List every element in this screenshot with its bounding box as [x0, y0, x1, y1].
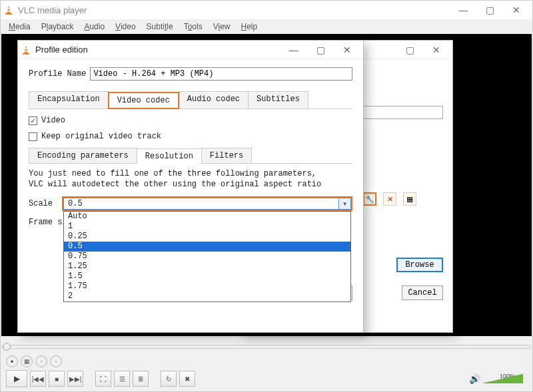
keep-original-label: Keep original video track	[41, 132, 161, 141]
tab-subtitles[interactable]: Subtitles	[248, 91, 308, 108]
tab-encapsulation[interactable]: Encapsulation	[29, 91, 109, 108]
svg-rect-2	[7, 11, 11, 12]
menu-tools[interactable]: Tools	[180, 21, 207, 33]
svg-rect-9	[23, 53, 29, 55]
profile-maximize-button[interactable]: ▢	[307, 41, 334, 59]
fullscreen-button[interactable]: ⛶	[95, 371, 111, 387]
menu-playback[interactable]: Playback	[37, 21, 78, 33]
seek-thumb[interactable]	[3, 343, 11, 351]
menu-video[interactable]: Video	[111, 21, 139, 33]
bottom-controls: ● ▦ ◦ ◦ ▶ |◀◀ ■ ▶▶| ⛶ ☰ ≣ ↻ ✖ 🔊 100%	[2, 353, 531, 390]
edit-profile-icon[interactable]: 🔧	[363, 192, 376, 206]
scale-option[interactable]: 1.5	[64, 272, 350, 282]
scale-option[interactable]: Auto	[64, 212, 350, 222]
video-sub-tabs: Encoding parameters Resolution Filters	[29, 148, 352, 164]
main-close-button[interactable]: ✕	[503, 1, 530, 19]
snapshot-icon[interactable]: ▦	[21, 355, 33, 367]
delete-profile-icon[interactable]: ✕	[383, 192, 396, 206]
main-window-title: VLC media player	[18, 5, 450, 15]
scale-option[interactable]: 1	[64, 222, 350, 232]
profile-dialog-title: Profile edition	[35, 45, 280, 55]
resolution-help-text: You just need to fill one of the three f…	[29, 169, 352, 190]
convert-close-button[interactable]: ✕	[423, 41, 450, 59]
scale-label: Scale	[29, 199, 53, 208]
record-icon[interactable]: ●	[6, 355, 18, 367]
menu-media[interactable]: Media	[5, 21, 35, 33]
seek-bar[interactable]	[2, 345, 531, 349]
main-titlebar: VLC media player — ▢ ✕	[1, 1, 532, 19]
tab-filters[interactable]: Filters	[201, 148, 252, 163]
tab-encoding-parameters[interactable]: Encoding parameters	[29, 148, 137, 163]
scale-option[interactable]: 0.5	[64, 242, 350, 252]
stop-button[interactable]: ■	[49, 371, 65, 387]
shuffle-button[interactable]: ✖	[179, 371, 195, 387]
new-profile-icon[interactable]: ▦	[403, 192, 416, 206]
svg-rect-7	[24, 48, 28, 49]
convert-cancel-button[interactable]: Cancel	[402, 286, 443, 300]
seek-bar-row	[2, 342, 531, 351]
tab-resolution[interactable]: Resolution	[137, 148, 202, 164]
video-checkbox-label: Video	[41, 116, 65, 125]
point-a-icon[interactable]: ◦	[35, 355, 47, 367]
chevron-down-icon[interactable]: ▾	[339, 198, 351, 210]
browse-button[interactable]: Browse	[396, 258, 443, 272]
volume-slider[interactable]: 100%	[483, 374, 523, 383]
scale-dropdown[interactable]: 0.5 ▾	[62, 196, 352, 211]
vlc-cone-icon	[3, 5, 14, 15]
keep-original-checkbox[interactable]	[29, 132, 37, 141]
svg-marker-6	[24, 45, 28, 54]
video-checkbox[interactable]: ✓	[29, 116, 37, 125]
menu-help[interactable]: Help	[237, 21, 261, 33]
playlist-button[interactable]: ≣	[133, 371, 149, 387]
previous-button[interactable]: |◀◀	[30, 371, 46, 387]
scale-option[interactable]: 0.75	[64, 252, 350, 262]
svg-rect-1	[7, 8, 11, 9]
tab-audio-codec[interactable]: Audio codec	[179, 91, 249, 108]
point-b-icon[interactable]: ◦	[50, 355, 62, 367]
speaker-icon[interactable]: 🔊	[469, 373, 480, 384]
extended-settings-button[interactable]: ☰	[114, 371, 130, 387]
profile-cone-icon	[21, 45, 31, 55]
scale-option[interactable]: 1.25	[64, 262, 350, 272]
svg-rect-8	[25, 51, 28, 52]
main-maximize-button[interactable]: ▢	[476, 1, 503, 19]
profile-name-label: Profile Name	[29, 69, 86, 79]
profile-close-button[interactable]: ✕	[334, 41, 360, 59]
scale-option[interactable]: 0.25	[64, 232, 350, 242]
scale-option[interactable]: 1.75	[64, 282, 350, 292]
main-minimize-button[interactable]: —	[450, 1, 476, 19]
play-button[interactable]: ▶	[6, 370, 27, 387]
profile-edition-dialog: Profile edition — ▢ ✕ Profile Name Encap…	[17, 40, 364, 333]
main-menubar: Media Playback Audio Video Subtitle Tool…	[1, 19, 532, 34]
scale-value: 0.5	[63, 198, 339, 210]
convert-maximize-button[interactable]: ▢	[396, 41, 423, 59]
scale-option[interactable]: 2	[64, 292, 350, 301]
tab-video-codec[interactable]: Video codec	[108, 92, 179, 109]
menu-subtitle[interactable]: Subtitle	[143, 21, 177, 33]
menu-audio[interactable]: Audio	[80, 21, 109, 33]
codec-tabs: Encapsulation Video codec Audio codec Su…	[29, 91, 352, 109]
svg-marker-0	[7, 5, 11, 14]
svg-rect-3	[5, 13, 12, 15]
menu-view[interactable]: View	[209, 21, 235, 33]
next-button[interactable]: ▶▶|	[67, 371, 83, 387]
loop-button[interactable]: ↻	[161, 371, 177, 387]
volume-area: 🔊 100%	[469, 373, 527, 384]
profile-minimize-button[interactable]: —	[280, 41, 307, 59]
scale-options-list: Auto 1 0.25 0.5 0.75 1.25 1.5 1.75 2	[63, 211, 351, 302]
profile-name-input[interactable]	[90, 67, 352, 81]
